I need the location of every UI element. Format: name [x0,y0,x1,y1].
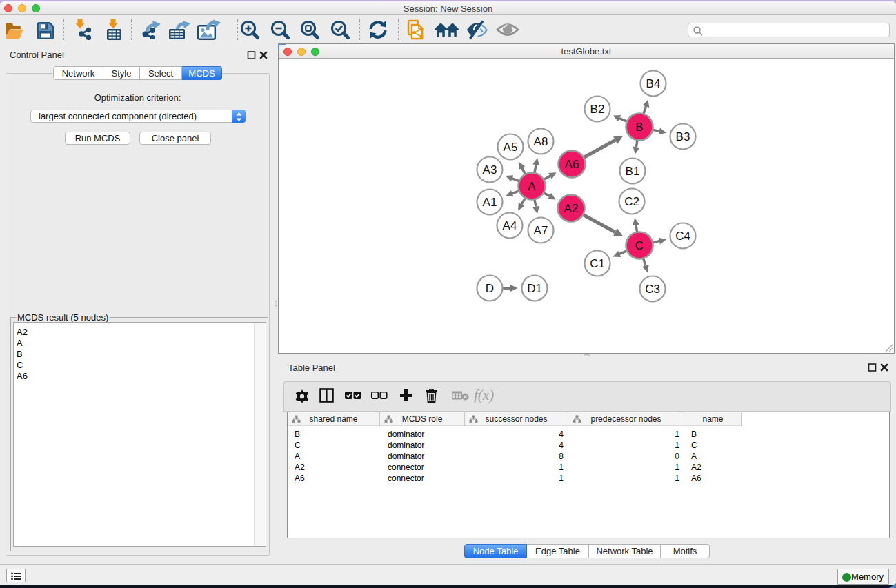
svg-text:A5: A5 [504,141,518,154]
svg-text:A4: A4 [503,219,517,232]
svg-text:C: C [635,239,644,252]
svg-text:A: A [528,180,536,193]
svg-text:A1: A1 [483,196,497,209]
svg-text:D: D [486,282,494,295]
svg-text:B3: B3 [676,130,690,143]
svg-text:C4: C4 [675,230,690,243]
svg-text:C1: C1 [590,257,605,270]
svg-text:A6: A6 [565,158,579,171]
svg-text:B2: B2 [590,103,605,116]
svg-text:A3: A3 [483,163,497,176]
svg-text:B1: B1 [626,165,640,178]
svg-text:B4: B4 [646,77,661,90]
svg-text:A2: A2 [564,202,579,215]
svg-text:A8: A8 [534,135,548,148]
svg-text:C2: C2 [624,195,639,208]
svg-text:C3: C3 [645,283,660,296]
svg-text:A7: A7 [534,224,548,237]
svg-text:B: B [635,121,643,134]
svg-text:D1: D1 [527,282,542,295]
